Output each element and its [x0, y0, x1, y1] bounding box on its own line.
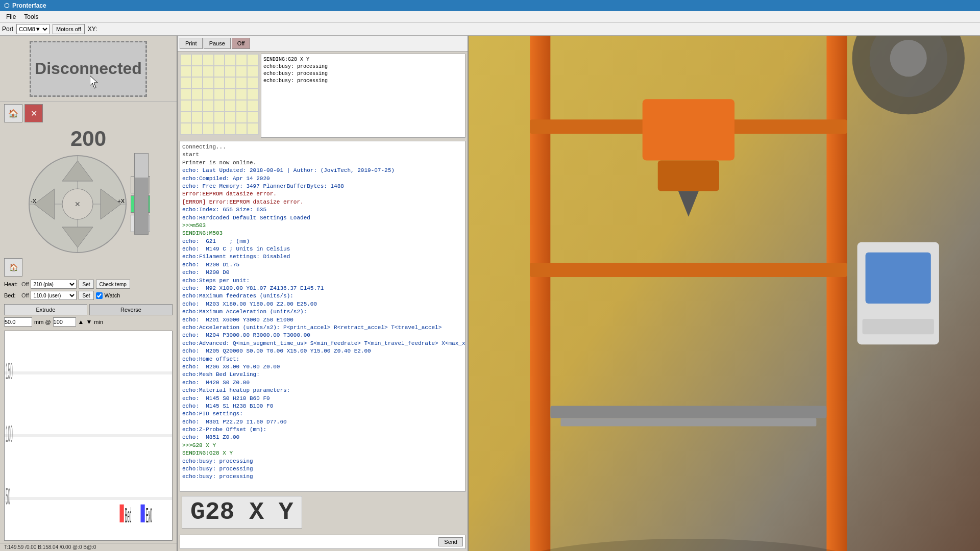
close-button[interactable]: ✕	[24, 104, 43, 122]
svg-rect-33	[866, 253, 931, 304]
heat-preset-select[interactable]: 210 (pla)	[31, 280, 77, 289]
speed-slider[interactable]	[134, 153, 149, 235]
home-button-top[interactable]: 🏠	[4, 104, 22, 122]
terminal-line: echo:busy: processing	[182, 458, 463, 465]
grid-cell	[191, 54, 203, 66]
reverse-button[interactable]: Reverse	[89, 304, 173, 315]
grid-cell	[191, 100, 203, 112]
svg-point-37	[890, 40, 927, 77]
watch-container: Watch	[96, 292, 120, 299]
grid-cell	[214, 89, 225, 101]
grid-cell	[225, 66, 236, 78]
grid-cell	[214, 112, 225, 123]
heat-label: Heat:	[4, 281, 19, 287]
terminal-line: echo: M145 S1 H238 B100 F0	[182, 403, 463, 410]
terminal-line: echo:Hardcoded Default Settings Loaded	[182, 214, 463, 222]
menu-tools[interactable]: Tools	[20, 12, 42, 21]
terminal-snippet: SENDING:G28 X Yecho:busy: processingecho…	[261, 54, 465, 138]
extrude-button[interactable]: Extrude	[4, 304, 87, 315]
svg-rect-28	[560, 418, 816, 426]
send-button[interactable]: Send	[438, 537, 463, 546]
port-bar: Port COM8▼ Motors off XY:	[0, 22, 980, 36]
grid-cell	[203, 54, 214, 66]
heat-set-button[interactable]: Set	[79, 280, 93, 289]
app-icon: ⬡	[4, 2, 9, 9]
menu-file[interactable]: File	[2, 12, 20, 21]
status-bar: T:149.59 /0.00 B:158.04 /0.00 @:0 B@:0	[0, 543, 177, 551]
print-button[interactable]: Print	[180, 38, 203, 49]
grid-cell	[225, 112, 236, 123]
jog-center[interactable]	[62, 189, 93, 219]
pause-button[interactable]: Pause	[204, 38, 231, 49]
grid-cell	[180, 89, 191, 101]
grid-cell	[203, 112, 214, 123]
svg-rect-19	[141, 505, 145, 522]
gcode-input-row: Send	[180, 535, 465, 549]
grid-cell	[191, 123, 203, 135]
gcode-display-area: G28 X Y	[178, 492, 468, 533]
bed-set-button[interactable]: Set	[79, 291, 93, 300]
off-button[interactable]: Off	[232, 38, 250, 49]
left-panel: Disconnected 🏠 ✕ 200	[0, 36, 178, 551]
grid-cell	[180, 112, 191, 123]
heat-row: Heat: Off 210 (pla) Set Check temp	[4, 280, 173, 289]
extrude-speed-input[interactable]	[53, 317, 76, 327]
gcode-input[interactable]	[182, 537, 436, 546]
terminal-snippet-line: SENDING:G28 X Y	[263, 56, 463, 63]
status-text: T:149.59 /0.00 B:158.04 /0.00 @:0 B@:0	[4, 544, 96, 550]
grid-cell	[180, 100, 191, 112]
grid-cell	[236, 100, 247, 112]
grid-cell	[214, 123, 225, 135]
grid-cell	[203, 100, 214, 112]
watch-label: Watch	[105, 292, 120, 298]
home-all-button[interactable]: 🏠	[4, 258, 22, 277]
grid-cell	[214, 100, 225, 112]
spin-down[interactable]: ▼	[86, 318, 92, 325]
terminal-line: echo: M420 S0 Z0.00	[182, 379, 463, 387]
terminal-line: [ERROR] Error:EEPROM datasize error.	[182, 198, 463, 206]
terminal-line: echo:Material heatup parameters:	[182, 387, 463, 394]
grid-cell	[180, 77, 191, 89]
spin-up[interactable]: ▲	[78, 318, 84, 325]
grid-cell	[203, 123, 214, 135]
terminal-line: SENDING:M503	[182, 230, 463, 237]
svg-rect-30	[658, 160, 719, 191]
bed-row: Bed: Off 110.0 (user) Set Watch	[4, 291, 173, 300]
jog-right[interactable]	[101, 189, 129, 219]
terminal-snippet-line: echo:busy: processing	[263, 63, 463, 70]
terminal-line: echo: M851 Z0.00	[182, 434, 463, 441]
watch-checkbox[interactable]	[96, 292, 103, 299]
terminal-line: echo: M200 D0	[182, 269, 463, 277]
grid-cell	[225, 54, 236, 66]
terminal-line: Connecting...	[182, 143, 463, 151]
grid-cell	[203, 66, 214, 78]
motors-off-button[interactable]: Motors off	[53, 24, 85, 34]
terminal-output[interactable]: Connecting...startPrinter is now online.…	[180, 141, 465, 492]
disconnect-button[interactable]: Disconnected	[30, 41, 147, 97]
speed-display: 200	[0, 124, 177, 153]
terminal-line: >>>m503	[182, 222, 463, 230]
terminal-line: echo:Home offset:	[182, 356, 463, 363]
check-temp-button[interactable]: Check temp	[96, 280, 130, 289]
home-icon-area: 🏠 ✕	[0, 102, 177, 124]
terminal-snippet-line: echo:busy: processing	[263, 70, 463, 78]
terminal-line: echo:Steps per unit:	[182, 277, 463, 285]
grid-cell	[191, 77, 203, 89]
terminal-line: echo: Last Updated: 2018-08-01 | Author:…	[182, 167, 463, 174]
menu-bar: File Tools	[0, 11, 980, 22]
extrude-amount-input[interactable]	[4, 317, 32, 327]
title-text: Pronterface	[12, 2, 46, 9]
jog-down[interactable]	[62, 227, 93, 255]
grid-cell	[225, 123, 236, 135]
jog-up[interactable]	[62, 153, 93, 181]
bed-preset-select[interactable]: 110.0 (user)	[31, 291, 77, 300]
extrude-section: Extrude Reverse mm @ ▲ ▼ min	[0, 302, 177, 329]
jog-left[interactable]	[27, 189, 55, 219]
terminal-line: Printer is now online.	[182, 159, 463, 167]
gcode-display-text: G28 X Y	[190, 498, 293, 526]
port-select[interactable]: COM8▼	[16, 24, 50, 34]
bed-grid	[180, 54, 259, 135]
grid-cell	[225, 89, 236, 101]
grid-cell	[247, 54, 258, 66]
grid-cell	[247, 89, 258, 101]
